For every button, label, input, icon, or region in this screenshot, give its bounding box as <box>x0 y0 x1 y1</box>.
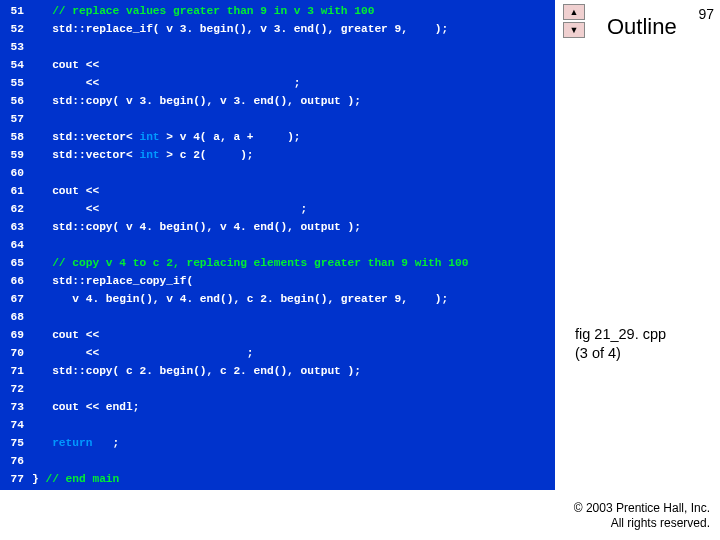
code-content: cout << <box>32 326 555 344</box>
line-number: 55 <box>0 74 32 92</box>
code-line: 59 std::vector< int > c 2( ); <box>0 146 555 164</box>
code-line: 56 std::copy( v 3. begin(), v 3. end(), … <box>0 92 555 110</box>
figure-label-line1: fig 21_29. cpp <box>575 325 666 344</box>
code-content: } // end main <box>32 470 555 488</box>
code-content: std::replace_copy_if( <box>32 272 555 290</box>
copyright: © 2003 Prentice Hall, Inc. All rights re… <box>574 501 710 532</box>
line-number: 56 <box>0 92 32 110</box>
line-number: 59 <box>0 146 32 164</box>
code-content: v 4. begin(), v 4. end(), c 2. begin(), … <box>32 290 555 308</box>
code-content: std::vector< int > c 2( ); <box>32 146 555 164</box>
line-number: 66 <box>0 272 32 290</box>
line-number: 60 <box>0 164 32 182</box>
line-number: 57 <box>0 110 32 128</box>
nav-buttons: ▲ ▼ <box>563 4 585 38</box>
code-line: 73 cout << endl; <box>0 398 555 416</box>
code-line: 51 // replace values greater than 9 in v… <box>0 2 555 20</box>
code-content: // copy v 4 to c 2, replacing elements g… <box>32 254 555 272</box>
code-content: cout << endl; <box>32 398 555 416</box>
code-line: 58 std::vector< int > v 4( a, a + ); <box>0 128 555 146</box>
code-line: 52 std::replace_if( v 3. begin(), v 3. e… <box>0 20 555 38</box>
figure-label: fig 21_29. cpp (3 of 4) <box>575 325 666 363</box>
outline-heading: Outline <box>607 14 677 40</box>
sidebar: ▲ ▼ Outline 97 fig 21_29. cpp (3 of 4) ©… <box>555 0 720 540</box>
line-number: 58 <box>0 128 32 146</box>
line-number: 64 <box>0 236 32 254</box>
line-number: 73 <box>0 398 32 416</box>
code-line: 75 return ; <box>0 434 555 452</box>
code-line: 72 <box>0 380 555 398</box>
code-line: 66 std::replace_copy_if( <box>0 272 555 290</box>
code-line: 77} // end main <box>0 470 555 488</box>
code-line: 61 cout << <box>0 182 555 200</box>
line-number: 53 <box>0 38 32 56</box>
code-line: 55 << ; <box>0 74 555 92</box>
code-line: 71 std::copy( c 2. begin(), c 2. end(), … <box>0 362 555 380</box>
code-content <box>32 38 555 56</box>
code-content: std::copy( v 4. begin(), v 4. end(), out… <box>32 218 555 236</box>
code-line: 65 // copy v 4 to c 2, replacing element… <box>0 254 555 272</box>
code-content <box>32 380 555 398</box>
code-content <box>32 308 555 326</box>
line-number: 68 <box>0 308 32 326</box>
copyright-line2: All rights reserved. <box>574 516 710 532</box>
code-line: 57 <box>0 110 555 128</box>
code-content: return ; <box>32 434 555 452</box>
code-line: 67 v 4. begin(), v 4. end(), c 2. begin(… <box>0 290 555 308</box>
code-content: std::vector< int > v 4( a, a + ); <box>32 128 555 146</box>
code-content <box>32 452 555 470</box>
line-number: 65 <box>0 254 32 272</box>
code-line: 69 cout << <box>0 326 555 344</box>
code-content: // replace values greater than 9 in v 3 … <box>32 2 555 20</box>
line-number: 61 <box>0 182 32 200</box>
line-number: 69 <box>0 326 32 344</box>
code-line: 60 <box>0 164 555 182</box>
code-line: 63 std::copy( v 4. begin(), v 4. end(), … <box>0 218 555 236</box>
line-number: 74 <box>0 416 32 434</box>
code-line: 68 <box>0 308 555 326</box>
code-content: << ; <box>32 344 555 362</box>
code-content <box>32 164 555 182</box>
code-content <box>32 416 555 434</box>
code-content: std::copy( v 3. begin(), v 3. end(), out… <box>32 92 555 110</box>
nav-up-button[interactable]: ▲ <box>563 4 585 20</box>
code-content <box>32 110 555 128</box>
slide-number: 97 <box>698 6 714 22</box>
line-number: 51 <box>0 2 32 20</box>
code-line: 64 <box>0 236 555 254</box>
code-content: cout << <box>32 182 555 200</box>
line-number: 76 <box>0 452 32 470</box>
line-number: 63 <box>0 218 32 236</box>
code-line: 74 <box>0 416 555 434</box>
line-number: 67 <box>0 290 32 308</box>
code-line: 54 cout << <box>0 56 555 74</box>
line-number: 72 <box>0 380 32 398</box>
code-content: << ; <box>32 74 555 92</box>
code-content <box>32 236 555 254</box>
code-content: cout << <box>32 56 555 74</box>
code-content: std::copy( c 2. begin(), c 2. end(), out… <box>32 362 555 380</box>
line-number: 75 <box>0 434 32 452</box>
code-line: 76 <box>0 452 555 470</box>
line-number: 77 <box>0 470 32 488</box>
line-number: 54 <box>0 56 32 74</box>
code-content: std::replace_if( v 3. begin(), v 3. end(… <box>32 20 555 38</box>
code-line: 70 << ; <box>0 344 555 362</box>
code-panel: 51 // replace values greater than 9 in v… <box>0 0 555 490</box>
figure-label-line2: (3 of 4) <box>575 344 666 363</box>
line-number: 70 <box>0 344 32 362</box>
line-number: 62 <box>0 200 32 218</box>
nav-down-button[interactable]: ▼ <box>563 22 585 38</box>
code-content: << ; <box>32 200 555 218</box>
line-number: 52 <box>0 20 32 38</box>
code-line: 53 <box>0 38 555 56</box>
copyright-line1: © 2003 Prentice Hall, Inc. <box>574 501 710 517</box>
code-line: 62 << ; <box>0 200 555 218</box>
line-number: 71 <box>0 362 32 380</box>
